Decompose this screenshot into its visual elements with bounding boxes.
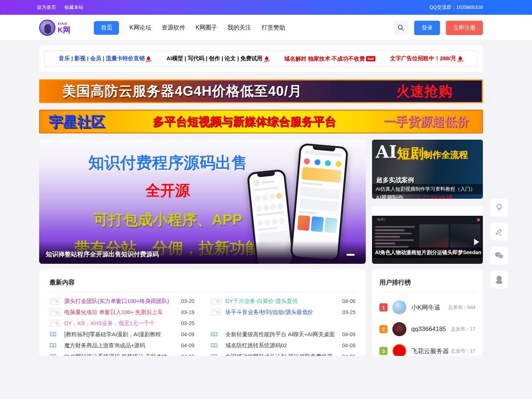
list-item[interactable]: 全新轻量级高性能跨平台 AI聊天+AI网关桌面 04-09 [211, 329, 355, 340]
post-title[interactable]: PHP网站统计系统源码 极简统计 支持本地部署 [64, 353, 177, 356]
theme-toggle-button[interactable] [490, 199, 508, 216]
ad-banner-community[interactable]: 宇星社区 多平台短视频与新媒体综合服务平台 一手货源超低价 [39, 110, 483, 133]
list-item[interactable]: [教程福利]零基础学AI漫剧，AI漫剧教程 04-09 [50, 329, 194, 340]
bookmark-site-link[interactable]: 收藏本站 [64, 4, 83, 11]
post-title[interactable]: 电脑量化项目 单窗日入100+ 先测后上车 [64, 309, 177, 316]
video-thumb-ai-drama[interactable]: AI短剧制作全流程 超多实战案例 AI仿真人短剧视频制作学习资料教程（入门） A… [372, 140, 483, 199]
ad-badge: 广告 [211, 309, 222, 316]
page: 设为首页 收藏本站 QQ交流群：1025805328 XIAO K网 首页 K网… [0, 0, 532, 399]
post-title[interactable]: 中国移动的网龄成长计划-可以领取免费的视频... [225, 353, 338, 356]
post-date: 04-09 [342, 342, 355, 348]
post-date: 04-09 [342, 354, 355, 356]
hot-badge: hot [366, 56, 375, 61]
post-button[interactable] [490, 223, 508, 241]
thumb-tag: 超多实战案例 [376, 176, 414, 184]
post-date: 03-25 [342, 309, 355, 315]
text-ad-label[interactable]: AI模型 | 写代码 | 创作 | 论文 | 免费试用 [166, 55, 262, 62]
post-title[interactable]: 块手斗音业务/秒到/自助/源头最低价 [225, 309, 338, 316]
banner-text: 多平台短视频与新媒体综合服务平台 [153, 114, 336, 129]
topbar: 设为首页 收藏本站 QQ交流群：1025805328 [0, 0, 532, 15]
video-thumb-anime[interactable]: 《创意》 [372, 206, 483, 264]
nav-item-software[interactable]: 资源软件 [161, 24, 185, 32]
carousel-indicator[interactable] [347, 254, 355, 256]
header: XIAO K网 首页 K网论坛 资源软件 K网圈子 我的关注 打赏赞助 [0, 15, 532, 41]
qq-contact-button[interactable] [490, 271, 508, 289]
avatar [392, 300, 406, 314]
text-ad-link[interactable]: 域名解封 独家技术 不成功不收费 hot [284, 55, 375, 62]
search-button[interactable] [393, 20, 408, 35]
post-date: 04-09 [181, 342, 194, 348]
book-icon [211, 343, 222, 348]
avatar [477, 218, 480, 221]
ranking-row[interactable]: 3 飞花云服务器 总发布：17 [379, 344, 475, 356]
register-button[interactable]: 立即注册 [446, 21, 483, 35]
nav-item-circle[interactable]: K网圈子 [195, 24, 217, 32]
nav-item-home[interactable]: 首页 [94, 21, 119, 35]
post-title[interactable]: DY，KS，XHS业务，低至1元一千个 [64, 320, 177, 327]
user-name[interactable]: 飞花云服务器 [411, 347, 451, 355]
latest-title: 最新内容 [50, 278, 355, 287]
post-title[interactable]: DY千川业务-白菜价-源头直供 [225, 298, 338, 305]
floating-sidebar [490, 199, 508, 289]
nav-item-follow[interactable]: 我的关注 [228, 24, 251, 32]
post-date: 03-19 [181, 309, 194, 315]
divider [379, 292, 475, 293]
banner-tail: 一手货源超低价 [383, 113, 469, 130]
user-stat: 总发布：17 [451, 326, 475, 332]
list-item[interactable]: 广告 DY，KS，XHS业务，低至1元一千个 03-25 [50, 318, 194, 329]
nav-item-donate[interactable]: 打赏赞助 [262, 24, 285, 32]
user-name[interactable]: 小K网牛逼 [411, 303, 448, 312]
list-item[interactable]: 魔方财务商品上游查询成品+源码 04-09 [50, 340, 194, 351]
post-title[interactable]: 源头打金团队(实力单窗口100+终身跟团队) [64, 298, 177, 305]
logo-title: K网 [58, 26, 70, 34]
rank-badge: 2 [379, 325, 388, 333]
set-homepage-link[interactable]: 设为首页 [37, 4, 56, 11]
list-item[interactable]: 广告 DY千川业务-白菜价-源头直供 04-06 [211, 296, 355, 307]
user-ranking-panel: 用户排行榜 1 小K网牛逼 总发布：644 2 qq33664185 总发布：1… [372, 269, 483, 356]
post-title[interactable]: 魔方财务商品上游查询成品+源码 [64, 342, 177, 349]
latest-content-panel: 最新内容 广告 源头打金团队(实力单窗口100+终身跟团队) 03-20 广告 … [39, 269, 366, 356]
logo-avatar [39, 20, 55, 36]
book-icon [50, 354, 61, 356]
site-logo[interactable]: XIAO K网 [39, 20, 70, 36]
pencil-icon [495, 227, 504, 236]
post-title[interactable]: [教程福利]零基础学AI漫剧，AI漫剧教程 [64, 331, 177, 338]
book-icon [211, 354, 222, 356]
thumb-caption: AI角色人物动漫画短片剧分运镜头即梦Seedan [372, 248, 483, 258]
post-title[interactable]: 全新轻量级高性能跨平台 AI聊天+AI网关桌面 [225, 331, 338, 338]
thumb-subtext: 从入门到精通 [407, 194, 454, 199]
book-icon [211, 332, 222, 337]
play-icon[interactable] [474, 239, 479, 245]
list-item[interactable]: 域名防红跳转系统源码02 04-09 [211, 340, 355, 351]
user-stat: 总发布：17 [451, 348, 475, 354]
text-ad-label[interactable]: 文字广告位招租中！288/月 [390, 55, 456, 62]
nav-item-forum[interactable]: K网论坛 [129, 24, 151, 32]
hero-carousel[interactable]: 知识付费程序源码出售 全开源 可打包成小程序、APP 带有分站、分佣，拉新功能 [39, 140, 366, 264]
ranking-row[interactable]: 1 小K网牛逼 总发布：644 [379, 300, 475, 314]
book-icon [50, 343, 61, 348]
ranking-row[interactable]: 2 qq33664185 总发布：17 [379, 322, 475, 336]
list-item[interactable]: 广告 源头打金团队(实力单窗口100+终身跟团队) 03-20 [50, 296, 194, 307]
qq-icon [495, 275, 504, 284]
thumb-caption: AI仿真人短剧视频制作学习资料教程（入门） [372, 184, 483, 194]
avatar [392, 344, 406, 356]
text-ad-link[interactable]: AI模型 | 写代码 | 创作 | 论文 | 免费试用 HOT [166, 55, 269, 62]
text-ad-label[interactable]: 域名解封 独家技术 不成功不收费 [284, 55, 365, 62]
list-item[interactable]: 广告 块手斗音业务/秒到/自助/源头最低价 03-25 [211, 307, 355, 318]
list-item[interactable]: PHP网站统计系统源码 极简统计 支持本地部署 04-09 [50, 351, 194, 356]
login-button[interactable]: 登录 [414, 21, 440, 35]
thumb-title-part: 制作全流程 [423, 150, 468, 160]
wechat-contact-button[interactable] [490, 247, 508, 265]
post-title[interactable]: 域名防红跳转系统源码02 [225, 342, 338, 349]
carousel-caption[interactable]: 知识禅整站程序全开源出售知识付费源码 [46, 250, 159, 259]
list-item[interactable]: 中国移动的网龄成长计划-可以领取免费的视频... 04-09 [211, 351, 355, 356]
list-item[interactable]: 广告 电脑量化项目 单窗日入100+ 先测后上车 03-19 [50, 307, 194, 318]
text-ad-link[interactable]: 音乐 | 影视 | 会员 | 流量卡特价直销 HOT [59, 55, 152, 62]
text-ad-label[interactable]: 音乐 | 影视 | 会员 | 流量卡特价直销 [59, 55, 145, 62]
lightbulb-icon [495, 203, 504, 212]
ad-badge: 广告 [50, 320, 61, 327]
user-name[interactable]: qq33664185 [411, 325, 451, 333]
ad-badge: 广告 [50, 309, 61, 316]
ad-banner-server[interactable]: 美国高防云服务器4G4H价格低至40/月 火速抢购 [39, 79, 483, 103]
text-ad-link[interactable]: 文字广告位招租中！288/月 HOT [390, 55, 463, 62]
